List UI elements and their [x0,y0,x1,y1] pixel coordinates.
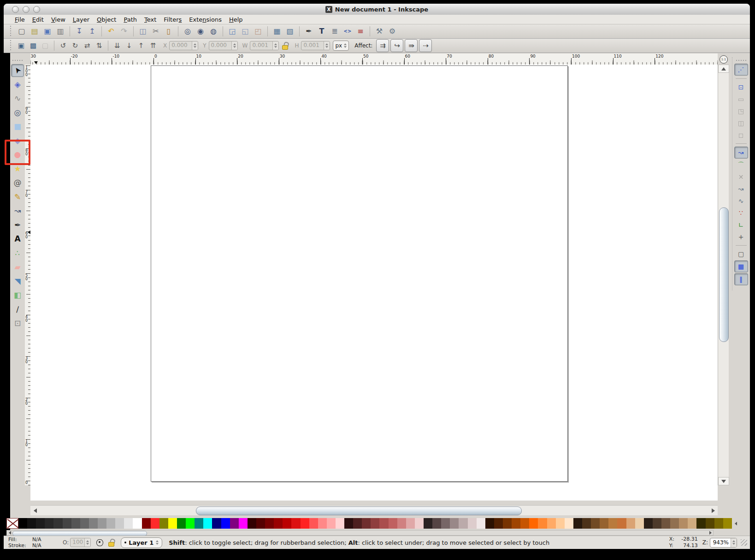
palette-swatch[interactable] [600,518,608,529]
zoom-to-page-button[interactable]: ◍ [207,25,219,37]
ungroup-button[interactable]: ▧ [284,25,296,37]
snap-enable-button[interactable]: ⋰ [734,64,748,76]
palette-swatch[interactable] [283,518,291,529]
spin-down-icon[interactable] [325,46,328,48]
paint-bucket-tool-button[interactable]: ◥ [11,275,24,288]
unlink-clone-button[interactable]: ◰ [252,25,264,37]
current-layer-select[interactable]: Layer 1 [121,537,162,548]
palette-swatch[interactable] [591,518,600,529]
dropper-tool-button[interactable]: ∕ [11,303,24,316]
menu-text[interactable]: Text [141,16,160,24]
zoom-tool-button[interactable]: ◎ [11,106,24,119]
palette-swatch[interactable] [212,518,221,529]
palette-swatch[interactable] [71,518,80,529]
height-field-spinner[interactable] [324,41,330,50]
palette-overflow-arrow-icon[interactable] [732,518,740,529]
export-button[interactable]: ↥ [86,25,98,37]
close-window-icon[interactable] [12,6,19,13]
rotate-90-cw-button[interactable]: ↻ [70,40,81,51]
select-all-button[interactable]: ▣ [16,40,27,51]
move-patterns-toggle-button[interactable]: ⇢ [419,39,432,52]
toolbar-grip[interactable] [10,40,13,51]
palette-swatch[interactable] [336,518,344,529]
node-editor-tool-button[interactable]: ◈ [11,78,24,91]
palette-swatch[interactable] [635,518,644,529]
palette-none-swatch[interactable] [6,518,18,529]
pencil-tool-button[interactable]: ✎ [11,190,24,203]
palette-swatch[interactable] [406,518,415,529]
y-field[interactable]: 0.000 [209,41,238,50]
menu-filters[interactable]: Filters [160,16,185,24]
scroll-down-icon[interactable] [718,477,729,485]
palette-swatch[interactable] [265,518,274,529]
raise-to-top-button[interactable]: ⇈ [147,40,159,51]
redo-button[interactable]: ↷ [118,25,130,37]
snap-line-midpoints-button[interactable]: ∵ [735,207,748,218]
palette-scroll-left-icon[interactable] [7,531,12,535]
title-bar[interactable]: X New document 1 - Inkscape [4,4,750,15]
scroll-left-icon[interactable] [31,507,39,515]
gradient-tool-button[interactable]: ◧ [11,289,24,302]
window-resize-grip[interactable] [741,539,747,546]
fill-and-stroke-button[interactable]: ✒ [303,25,315,37]
align-and-distribute-button[interactable]: ≡ [354,25,366,37]
snap-object-centers-button[interactable]: ∟ [735,219,748,230]
palette-swatch[interactable] [318,518,327,529]
layer-lock-icon[interactable] [108,539,114,546]
zoom-field[interactable]: 943% [710,538,737,548]
select-all-in-all-layers-button[interactable]: ▩ [28,40,39,51]
palette-swatch[interactable] [653,518,661,529]
text-and-font-button[interactable]: T [316,25,328,37]
lower-button[interactable]: ↓ [124,40,135,51]
snap-bounding-box-button[interactable]: ⊡ [735,82,748,93]
paste-button[interactable]: ▯ [163,25,175,37]
zoom-to-selection-button[interactable]: ◎ [182,25,194,37]
palette-swatch[interactable] [177,518,186,529]
palette-swatch[interactable] [485,518,494,529]
palette-swatch[interactable] [63,518,71,529]
horizontal-ruler[interactable]: -30-20-100102030405060708090100110120 [30,53,718,65]
spin-up-icon[interactable] [325,43,328,45]
palette-swatch[interactable] [432,518,441,529]
palette-swatch[interactable] [45,518,53,529]
document-save-button[interactable]: ▣ [41,25,53,37]
scale-rounded-corners-toggle-button[interactable]: ↪ [390,39,403,52]
palette-swatch[interactable] [53,518,62,529]
palette-swatch[interactable] [221,518,230,529]
connector-tool-button[interactable]: ⊡ [11,317,24,330]
palette-swatch[interactable] [538,518,547,529]
scale-stroke-width-toggle-button[interactable]: ⇉ [376,39,389,52]
palette-swatch[interactable] [248,518,256,529]
y-field-spinner[interactable] [231,41,237,50]
palette-swatch[interactable] [362,518,371,529]
opacity-spinner[interactable] [84,538,90,547]
palette-swatch[interactable] [389,518,397,529]
raise-button[interactable]: ↑ [136,40,147,51]
palette-swatch[interactable] [124,518,133,529]
snap-bbox-edge-midpoints-button[interactable]: ◫ [735,118,748,129]
palette-swatch[interactable] [327,518,336,529]
palette-swatch[interactable] [309,518,318,529]
scroll-up-icon[interactable] [718,65,729,73]
snap-to-paths-button[interactable]: ⌒ [735,159,748,171]
palette-swatch[interactable] [441,518,450,529]
palette-swatch[interactable] [89,518,98,529]
horizontal-scrollbar[interactable] [30,505,718,515]
palette-swatch[interactable] [520,518,529,529]
palette-swatch[interactable] [706,518,714,529]
inkscape-preferences-button[interactable]: ⚒ [373,25,385,37]
palette-swatch[interactable] [397,518,406,529]
palette-swatch[interactable] [670,518,679,529]
document-print-button[interactable]: ▥ [54,25,66,37]
menu-path[interactable]: Path [120,16,141,24]
menu-help[interactable]: Help [225,16,247,24]
palette-swatch[interactable] [80,518,89,529]
snap-rotation-centers-button[interactable]: + [735,231,748,242]
width-field[interactable]: 0.001 [250,41,279,50]
x-field-spinner[interactable] [192,41,198,50]
palette-swatch[interactable] [415,518,424,529]
minimize-window-icon[interactable] [23,6,29,13]
move-gradients-toggle-button[interactable]: ⇛ [405,39,418,52]
zoom-window-icon[interactable] [33,6,40,13]
palette-swatch[interactable] [661,518,670,529]
